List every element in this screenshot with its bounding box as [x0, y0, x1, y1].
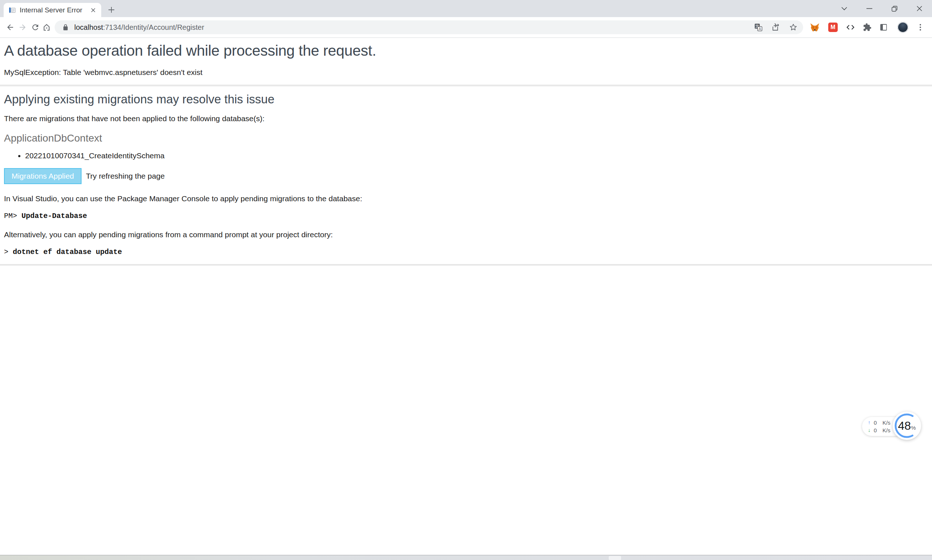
tab-strip: Internal Server Error [0, 0, 932, 17]
back-button[interactable] [4, 21, 16, 34]
gmail-m-letter: M [828, 23, 838, 32]
code-icon[interactable] [844, 21, 857, 34]
page-title: A database operation failed while proces… [4, 42, 927, 59]
download-value: 0 [874, 427, 880, 434]
url-path: :7134/Identity/Account/Register [103, 23, 204, 31]
divider [0, 85, 932, 86]
percent-label: 48% [898, 419, 916, 433]
divider [0, 264, 932, 266]
migrations-list: 20221010070341_CreateIdentitySchema [4, 151, 927, 160]
migrations-intro: There are migrations that have not been … [4, 114, 927, 123]
svg-text:A: A [759, 27, 761, 31]
omnibox-actions: 文 A [752, 20, 800, 34]
translate-icon[interactable]: 文 A [752, 21, 764, 34]
lock-icon[interactable] [62, 24, 69, 31]
exception-message: MySqlException: Table 'webmvc.aspnetuser… [4, 68, 927, 77]
apply-migrations-row: Migrations Applied Try refreshing the pa… [4, 168, 927, 184]
taskbar-button-highlight [609, 556, 621, 560]
browser-tab[interactable]: Internal Server Error [4, 3, 101, 17]
cli-command: dotnet ef database update [13, 248, 122, 256]
page-favicon-icon [9, 6, 16, 14]
cli-prompt: > [4, 248, 8, 256]
upload-arrow-icon: ↑ [868, 419, 874, 426]
cli-command-line: > dotnet ef database update [4, 248, 927, 256]
address-bar[interactable]: localhost:7134/Identity/Account/Register… [55, 20, 803, 34]
visual-studio-text: In Visual Studio, you can use the Packag… [4, 194, 927, 203]
new-tab-button[interactable] [105, 3, 118, 16]
taskbar-sliver [0, 555, 932, 560]
pm-console-command: PM> Update-Database [4, 212, 927, 220]
download-arrow-icon: ↓ [868, 427, 874, 434]
migration-item: 20221010070341_CreateIdentitySchema [25, 151, 927, 160]
profile-avatar[interactable] [897, 21, 909, 34]
bookmark-star-icon[interactable] [787, 21, 800, 34]
db-context-name: ApplicationDbContext [4, 132, 927, 144]
upload-unit: K/s [883, 419, 890, 426]
kebab-menu-icon[interactable] [914, 21, 927, 34]
home-button[interactable] [40, 21, 53, 34]
error-page-content: A database operation failed while proces… [0, 38, 932, 266]
url-host: localhost [74, 23, 103, 31]
restore-button[interactable] [882, 0, 907, 17]
cli-text: Alternatively, you can apply pending mig… [4, 230, 927, 239]
refresh-hint: Try refreshing the page [86, 172, 165, 180]
side-panel-icon[interactable] [877, 21, 890, 34]
share-icon[interactable] [770, 21, 782, 34]
percent-ring[interactable]: 48% [893, 412, 921, 440]
metamask-fox-icon[interactable] [809, 21, 821, 34]
percent-value: 48 [898, 419, 911, 433]
percent-sign: % [911, 425, 916, 431]
network-monitor-widget[interactable]: ↑ 0 K/s ↓ 0 K/s 48% [862, 412, 921, 441]
tab-title: Internal Server Error [20, 6, 89, 14]
gmail-m-icon[interactable]: M [827, 21, 839, 34]
forward-button[interactable] [16, 21, 29, 34]
minimize-button[interactable] [857, 0, 882, 17]
browser-window: Internal Server Error [0, 0, 932, 560]
tab-close-icon[interactable] [89, 6, 97, 15]
avatar-image [897, 22, 908, 33]
reload-button[interactable] [29, 21, 42, 34]
url-text: localhost:7134/Identity/Account/Register [74, 23, 204, 32]
pm-prompt: PM> [4, 212, 17, 220]
close-window-button[interactable] [907, 0, 932, 17]
pm-command: Update-Database [22, 212, 87, 220]
apply-migrations-button[interactable]: Migrations Applied [4, 168, 82, 184]
tab-search-chevron-icon[interactable] [832, 0, 857, 17]
upload-value: 0 [874, 419, 880, 426]
window-controls [832, 0, 932, 17]
migrations-heading: Applying existing migrations may resolve… [4, 92, 927, 106]
browser-toolbar: localhost:7134/Identity/Account/Register… [0, 17, 932, 38]
download-unit: K/s [883, 427, 890, 434]
puzzle-extensions-icon[interactable] [861, 21, 873, 34]
